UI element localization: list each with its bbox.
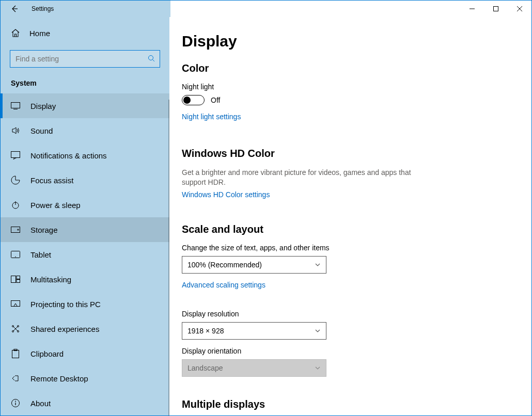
sidebar-item-label: Focus assist [30,176,73,185]
multitasking-icon [11,275,20,284]
remote-icon [11,374,20,383]
sidebar-item-projecting[interactable]: Projecting to this PC [1,292,169,316]
sidebar-item-shared[interactable]: Shared experiences [1,316,169,341]
svg-rect-9 [11,152,20,158]
power-icon [11,200,20,210]
chevron-down-icon [315,328,321,334]
close-button[interactable] [508,1,531,17]
page-title: Display [182,33,519,50]
sidebar: Home System DisplaySoundNotifications & … [1,17,169,415]
group-scale: Scale and layout [182,223,519,235]
sidebar-item-label: Projecting to this PC [30,300,101,309]
sidebar-item-tablet[interactable]: Tablet [1,242,169,267]
sidebar-item-label: Tablet [30,250,51,259]
projecting-icon [11,299,20,309]
app-title: Settings [32,5,54,12]
svg-point-5 [149,56,153,60]
sound-icon [11,126,20,135]
sidebar-item-label: Power & sleep [30,201,81,210]
orientation-value: Landscape [187,364,223,372]
sidebar-item-multitasking[interactable]: Multitasking [1,267,169,292]
resolution-select[interactable]: 1918 × 928 [182,322,326,340]
sidebar-nav: DisplaySoundNotifications & actionsFocus… [1,93,169,415]
home-icon [11,28,20,38]
sidebar-item-storage[interactable]: Storage [1,217,169,242]
night-light-label: Night light [182,83,519,91]
sidebar-item-label: Notifications & actions [30,151,107,160]
hdr-desc: Get a brighter and more vibrant picture … [182,168,419,187]
sidebar-scrollbar[interactable] [168,100,169,415]
svg-rect-7 [11,103,20,108]
scale-value: 100% (Recommended) [187,261,262,269]
sidebar-item-label: About [30,399,51,408]
focus-icon [11,175,20,185]
notifications-icon [11,151,20,160]
svg-rect-2 [494,7,498,11]
titlebar: Settings [1,1,531,17]
display-icon [11,101,20,110]
maximize-button[interactable] [484,1,508,17]
clipboard-icon [11,349,20,358]
scale-select[interactable]: 100% (Recommended) [182,256,326,274]
sidebar-item-notifications[interactable]: Notifications & actions [1,143,169,168]
night-light-state: Off [211,96,220,104]
sidebar-home[interactable]: Home [1,23,169,43]
sidebar-item-label: Clipboard [30,349,64,358]
orientation-select: Landscape [182,359,326,377]
sidebar-section-title: System [1,77,169,93]
sidebar-item-label: Display [30,102,56,110]
night-light-toggle[interactable] [182,95,205,105]
shared-icon [11,324,20,333]
sidebar-item-power[interactable]: Power & sleep [1,193,169,217]
sidebar-item-label: Multitasking [30,275,71,284]
advanced-scaling-link[interactable]: Advanced scaling settings [182,281,265,289]
group-multi: Multiple displays [182,398,519,410]
orientation-label: Display orientation [182,347,519,355]
sidebar-item-sound[interactable]: Sound [1,118,169,143]
svg-point-15 [15,257,16,258]
tablet-icon [11,250,20,259]
night-light-settings-link[interactable]: Night light settings [182,113,241,121]
search-input[interactable] [10,50,160,68]
hdr-settings-link[interactable]: Windows HD Color settings [182,190,270,199]
sidebar-item-focus[interactable]: Focus assist [1,168,169,193]
chevron-down-icon [315,365,321,371]
sidebar-item-clipboard[interactable]: Clipboard [1,341,169,366]
scale-label: Change the size of text, apps, and other… [182,244,519,252]
sidebar-item-about[interactable]: About [1,391,169,415]
back-button[interactable] [10,4,19,13]
group-color: Color [182,62,519,74]
svg-rect-18 [17,280,20,283]
sidebar-item-label: Shared experiences [30,325,99,333]
svg-rect-24 [12,350,19,358]
chevron-down-icon [315,262,321,268]
storage-icon [11,225,20,234]
svg-point-27 [15,401,16,402]
sidebar-item-label: Storage [30,226,58,234]
svg-rect-17 [17,276,20,279]
about-icon [11,398,20,408]
resolution-value: 1918 × 928 [187,327,224,335]
sidebar-home-label: Home [29,29,50,38]
svg-line-6 [153,60,155,62]
sidebar-item-display[interactable]: Display [1,93,169,118]
resolution-label: Display resolution [182,310,519,318]
search-icon [148,55,155,62]
group-hdr: Windows HD Color [182,148,519,159]
sidebar-item-remote[interactable]: Remote Desktop [1,366,169,391]
main-content: Display Color Night light Off Night ligh… [169,17,531,415]
svg-point-13 [18,229,19,230]
minimize-button[interactable] [460,1,484,17]
svg-rect-16 [11,276,16,283]
sidebar-item-label: Sound [30,126,53,135]
sidebar-item-label: Remote Desktop [30,374,88,383]
